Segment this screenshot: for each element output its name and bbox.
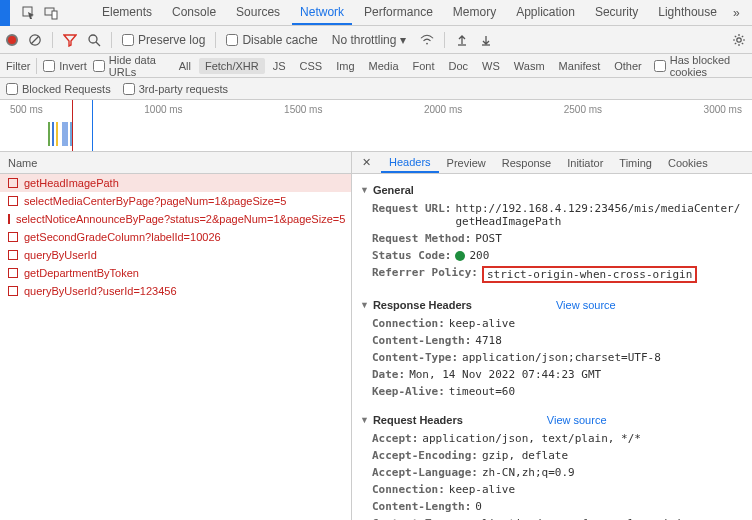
settings-gear-icon[interactable]: [732, 33, 746, 47]
section-general[interactable]: ▼General: [360, 184, 744, 196]
filter-type-media[interactable]: Media: [363, 58, 405, 74]
svg-line-27: [742, 35, 743, 36]
request-row[interactable]: selectNoticeAnnounceByPage?status=2&page…: [0, 210, 351, 228]
status-dot-icon: [455, 251, 465, 261]
close-details-icon[interactable]: ✕: [356, 156, 377, 169]
filter-type-all[interactable]: All: [173, 58, 197, 74]
svg-line-25: [742, 42, 743, 43]
filter-type-other[interactable]: Other: [608, 58, 648, 74]
file-icon: [8, 196, 18, 206]
details-tab-timing[interactable]: Timing: [611, 154, 660, 172]
device-icon[interactable]: [44, 6, 58, 20]
clear-icon[interactable]: [28, 33, 42, 47]
file-icon: [8, 286, 18, 296]
download-icon[interactable]: [479, 33, 493, 47]
search-icon[interactable]: [87, 33, 101, 47]
details-tab-initiator[interactable]: Initiator: [559, 154, 611, 172]
section-request-headers[interactable]: ▼Request HeadersView source: [360, 414, 744, 426]
details-tab-preview[interactable]: Preview: [439, 154, 494, 172]
tab-network[interactable]: Network: [292, 1, 352, 25]
svg-line-26: [735, 42, 736, 43]
hide-data-urls-checkbox[interactable]: Hide data URLs: [93, 54, 167, 78]
disable-cache-checkbox[interactable]: Disable cache: [226, 33, 317, 47]
details-tab-headers[interactable]: Headers: [381, 153, 439, 173]
filter-type-fetch-xhr[interactable]: Fetch/XHR: [199, 58, 265, 74]
filter-type-css[interactable]: CSS: [294, 58, 329, 74]
filter-icon[interactable]: [63, 33, 77, 47]
column-header-name[interactable]: Name: [0, 152, 351, 174]
record-button[interactable]: [6, 34, 18, 46]
svg-point-19: [737, 37, 741, 41]
has-blocked-cookies-checkbox[interactable]: Has blocked cookies: [654, 54, 746, 78]
request-row[interactable]: selectMediaCenterByPage?pageNum=1&pageSi…: [0, 192, 351, 210]
section-response-headers[interactable]: ▼Response HeadersView source: [360, 299, 744, 311]
tab-console[interactable]: Console: [164, 1, 224, 25]
svg-rect-2: [52, 11, 57, 19]
svg-point-14: [89, 35, 97, 43]
third-party-checkbox[interactable]: 3rd-party requests: [123, 83, 228, 95]
preserve-log-checkbox[interactable]: Preserve log: [122, 33, 205, 47]
tab-memory[interactable]: Memory: [445, 1, 504, 25]
filter-type-img[interactable]: Img: [330, 58, 360, 74]
filter-type-ws[interactable]: WS: [476, 58, 506, 74]
tab-application[interactable]: Application: [508, 1, 583, 25]
upload-icon[interactable]: [455, 33, 469, 47]
svg-line-24: [735, 35, 736, 36]
request-row[interactable]: queryByUserId?userId=123456: [0, 282, 351, 300]
svg-line-13: [31, 36, 39, 44]
request-row[interactable]: queryByUserId: [0, 246, 351, 264]
filter-type-wasm[interactable]: Wasm: [508, 58, 551, 74]
request-row[interactable]: getHeadImagePath: [0, 174, 351, 192]
invert-checkbox[interactable]: Invert: [43, 60, 87, 72]
file-icon: [8, 178, 18, 188]
tab-performance[interactable]: Performance: [356, 1, 441, 25]
inspect-icon[interactable]: [22, 6, 36, 20]
svg-point-16: [426, 42, 428, 44]
file-icon: [8, 214, 10, 224]
timeline[interactable]: 500 ms1000 ms1500 ms2000 ms2500 ms3000 m…: [0, 100, 752, 152]
wifi-icon[interactable]: [420, 33, 434, 47]
tab-sources[interactable]: Sources: [228, 1, 288, 25]
request-row[interactable]: getSecondGradeColumn?labelId=10026: [0, 228, 351, 246]
filter-type-manifest[interactable]: Manifest: [553, 58, 607, 74]
details-panel: ✕ HeadersPreviewResponseInitiatorTimingC…: [352, 152, 752, 520]
file-icon: [8, 232, 18, 242]
filter-type-doc[interactable]: Doc: [443, 58, 475, 74]
details-tab-response[interactable]: Response: [494, 154, 560, 172]
file-icon: [8, 268, 18, 278]
referrer-policy-highlight: strict-origin-when-cross-origin: [482, 266, 697, 283]
tab-elements[interactable]: Elements: [94, 1, 160, 25]
throttling-select[interactable]: No throttling ▾: [328, 32, 410, 48]
filter-label[interactable]: Filter: [6, 60, 30, 72]
filter-type-js[interactable]: JS: [267, 58, 292, 74]
request-row[interactable]: getDepartmentByToken: [0, 264, 351, 282]
view-source-link[interactable]: View source: [547, 414, 607, 426]
svg-line-15: [96, 42, 100, 46]
file-icon: [8, 250, 18, 260]
blocked-requests-checkbox[interactable]: Blocked Requests: [6, 83, 111, 95]
more-tabs-icon[interactable]: »: [733, 6, 740, 20]
view-source-link[interactable]: View source: [556, 299, 616, 311]
request-list: Name getHeadImagePathselectMediaCenterBy…: [0, 152, 352, 520]
tab-lighthouse[interactable]: Lighthouse: [650, 1, 725, 25]
filter-type-font[interactable]: Font: [407, 58, 441, 74]
tab-security[interactable]: Security: [587, 1, 646, 25]
main-tabs: ElementsConsoleSourcesNetworkPerformance…: [94, 1, 725, 25]
details-tab-cookies[interactable]: Cookies: [660, 154, 716, 172]
